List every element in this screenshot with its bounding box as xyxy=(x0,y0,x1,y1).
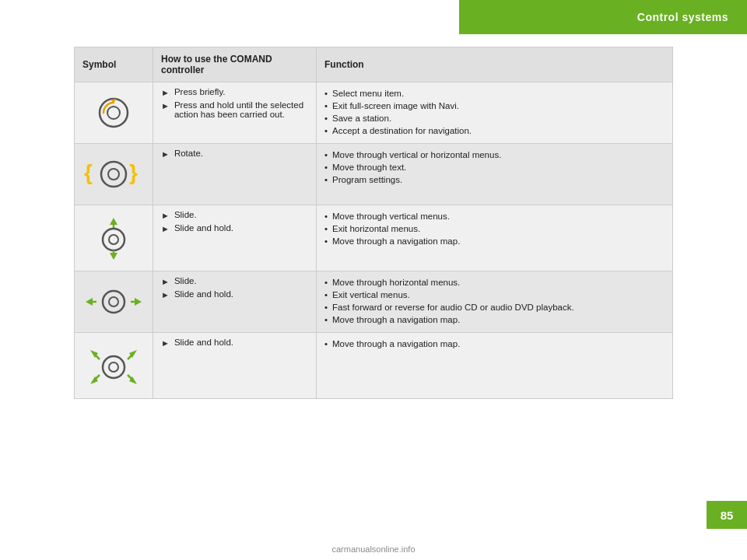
bullet-text: Fast forward or reverse for audio CD or … xyxy=(332,303,574,312)
bullet-text: Move through a navigation map. xyxy=(332,339,460,348)
table-row: ► Press briefly. ► Press and hold until … xyxy=(75,82,673,144)
bullet-text: Move through a navigation map. xyxy=(332,315,460,324)
function-cell: •Move through a navigation map. xyxy=(317,333,673,399)
bullet-dot: • xyxy=(324,315,328,324)
bullet-text: Program settings. xyxy=(332,175,402,184)
how-to-item: ► Rotate. xyxy=(161,149,308,159)
function-bullet: •Move through a navigation map. xyxy=(324,338,665,350)
how-to-text: Slide. xyxy=(174,276,197,285)
how-to-text: Press and hold until the selected action… xyxy=(174,100,308,119)
svg-point-15 xyxy=(103,291,124,313)
col-header-how: How to use the COMAND controller xyxy=(153,47,317,82)
svg-line-21 xyxy=(128,355,132,359)
arrow-icon: ► xyxy=(161,277,170,286)
function-bullet: •Fast forward or reverse for audio CD or… xyxy=(324,301,665,313)
svg-text:}: } xyxy=(129,160,138,184)
function-bullet: •Exit vertical menus. xyxy=(324,289,665,301)
bullet-dot: • xyxy=(324,101,328,110)
how-to-cell: ► Slide. ► Slide and hold. xyxy=(153,271,317,333)
symbol-image xyxy=(82,87,145,138)
bullet-dot: • xyxy=(324,224,328,233)
bullet-text: Save a station. xyxy=(332,114,391,123)
footer-watermark: carmanualsonline.info xyxy=(0,544,747,554)
bullet-text: Accept a destination for navigation. xyxy=(332,126,472,135)
svg-marker-18 xyxy=(135,298,142,306)
how-to-item: ► Slide and hold. xyxy=(161,289,308,299)
arrow-icon: ► xyxy=(161,88,170,97)
svg-point-1 xyxy=(107,107,120,119)
col-header-symbol: Symbol xyxy=(75,47,153,82)
table-header-row: Symbol How to use the COMAND controller … xyxy=(75,47,673,82)
how-to-text: Slide and hold. xyxy=(174,289,233,299)
how-to-text: Press briefly. xyxy=(174,87,226,96)
arrow-icon: ► xyxy=(161,211,170,220)
how-to-cell: ► Press briefly. ► Press and hold until … xyxy=(153,82,317,144)
how-to-text: Slide and hold. xyxy=(174,338,233,347)
how-to-item: ► Slide and hold. xyxy=(161,338,308,348)
function-bullet: •Accept a destination for navigation. xyxy=(324,124,665,137)
function-bullet: •Move through text. xyxy=(324,161,665,173)
header-banner: Control systems xyxy=(459,0,747,34)
how-to-cell: ► Rotate. xyxy=(153,144,317,205)
bullet-dot: • xyxy=(324,114,328,123)
svg-line-25 xyxy=(96,375,100,379)
table-row: ► Slide and hold. •Move through a naviga… xyxy=(75,333,673,399)
bullet-text: Move through a navigation map. xyxy=(332,236,460,246)
function-bullet: •Move through horizontal menus. xyxy=(324,276,665,289)
how-to-text: Rotate. xyxy=(174,149,203,158)
symbol-image xyxy=(82,276,145,327)
function-bullet: •Move through a navigation map. xyxy=(324,235,665,247)
function-bullet: •Move through a navigation map. xyxy=(324,313,665,326)
symbol-image: { } xyxy=(82,149,145,200)
col-header-function: Function xyxy=(317,47,673,82)
how-to-item: ► Slide. xyxy=(161,210,308,220)
arrow-icon: ► xyxy=(161,149,170,159)
bullet-dot: • xyxy=(324,303,328,312)
function-bullet: •Exit horizontal menus. xyxy=(324,222,665,235)
bullet-dot: • xyxy=(324,163,328,172)
watermark-text: carmanualsonline.info xyxy=(331,544,415,554)
bullet-dot: • xyxy=(324,236,328,246)
symbol-image xyxy=(82,210,145,266)
svg-line-19 xyxy=(96,355,100,359)
page-number-box: 85 xyxy=(707,501,747,529)
bullet-text: Move through text. xyxy=(332,163,406,172)
main-content: Symbol How to use the COMAND controller … xyxy=(74,47,673,399)
arrow-icon: ► xyxy=(161,224,170,233)
symbol-cell xyxy=(75,205,153,271)
how-to-item: ► Press and hold until the selected acti… xyxy=(161,100,308,119)
svg-point-9 xyxy=(103,229,124,250)
svg-point-16 xyxy=(109,297,118,306)
bullet-dot: • xyxy=(324,212,328,221)
control-table: Symbol How to use the COMAND controller … xyxy=(74,47,673,399)
function-bullet: •Program settings. xyxy=(324,173,665,186)
function-cell: •Select menu item.•Exit full-screen imag… xyxy=(317,82,673,144)
how-to-item: ► Press briefly. xyxy=(161,87,308,97)
bullet-text: Select menu item. xyxy=(332,89,404,98)
bullet-text: Move through horizontal menus. xyxy=(332,278,460,287)
how-to-text: Slide. xyxy=(174,210,197,219)
svg-marker-14 xyxy=(86,298,93,306)
how-to-text: Slide and hold. xyxy=(174,223,233,233)
svg-point-4 xyxy=(101,162,126,187)
svg-line-27 xyxy=(128,375,132,379)
table-row: ► Slide. ► Slide and hold. •Move through… xyxy=(75,271,673,333)
function-cell: •Move through vertical menus.•Exit horiz… xyxy=(317,205,673,271)
how-to-cell: ► Slide and hold. xyxy=(153,333,317,399)
bullet-dot: • xyxy=(324,175,328,184)
svg-point-5 xyxy=(108,169,119,180)
function-bullet: •Save a station. xyxy=(324,112,665,124)
svg-marker-12 xyxy=(110,253,117,260)
symbol-cell xyxy=(75,333,153,399)
bullet-text: Exit full-screen image with Navi. xyxy=(332,101,459,110)
function-cell: •Move through vertical or horizontal men… xyxy=(317,144,673,205)
bullet-dot: • xyxy=(324,150,328,159)
bullet-text: Move through vertical menus. xyxy=(332,212,450,221)
svg-text:{: { xyxy=(84,160,93,184)
bullet-dot: • xyxy=(324,89,328,98)
bullet-text: Exit vertical menus. xyxy=(332,290,410,299)
bullet-dot: • xyxy=(324,339,328,348)
function-bullet: •Move through vertical or horizontal men… xyxy=(324,149,665,161)
how-to-item: ► Slide and hold. xyxy=(161,223,308,233)
svg-point-10 xyxy=(109,235,118,244)
